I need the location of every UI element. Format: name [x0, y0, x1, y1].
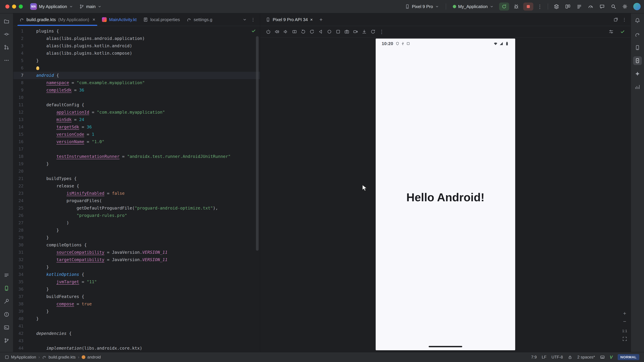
save-snapshot-icon[interactable]: [360, 28, 368, 36]
project-tool-icon[interactable]: [2, 17, 11, 25]
code-line[interactable]: 23 isMinifyEnabled = false: [14, 190, 260, 197]
android-home-icon[interactable]: [325, 28, 334, 36]
code-line[interactable]: 8 namespace = "com.example.myapplication…: [14, 79, 260, 86]
code-line[interactable]: 1plugins {: [14, 27, 260, 35]
close-tab-icon[interactable]: ×: [92, 17, 95, 22]
zoom-out-button[interactable]: −: [622, 318, 627, 325]
power-button-icon[interactable]: [264, 28, 272, 36]
code-line[interactable]: 24 proguardFiles(: [14, 197, 260, 204]
quickfix-bulb-icon[interactable]: [36, 66, 39, 70]
open-in-window-icon[interactable]: [614, 17, 618, 22]
toolbar-more-kebab-icon[interactable]: ⋮: [378, 28, 386, 36]
code-line[interactable]: 22 release {: [14, 182, 260, 190]
debug-button[interactable]: [512, 2, 520, 10]
add-device-tab-icon[interactable]: +: [318, 16, 325, 23]
code-line[interactable]: 18 testInstrumentationRunner = "androidx…: [14, 153, 260, 160]
indent-widget[interactable]: 2 spaces*: [577, 355, 595, 360]
terminal-tool-icon[interactable]: [2, 323, 11, 332]
running-devices-tool-icon[interactable]: [633, 56, 642, 65]
zoom-in-button[interactable]: +: [622, 310, 627, 317]
code-line[interactable]: 35 jvmTarget = "11": [14, 278, 260, 286]
editor-scrollbar[interactable]: [256, 36, 258, 251]
notifications-bell-icon[interactable]: [633, 16, 642, 25]
line-separator-widget[interactable]: LF: [542, 355, 546, 360]
code-line[interactable]: 7android {: [14, 72, 260, 79]
android-overview-icon[interactable]: [334, 28, 342, 36]
code-line[interactable]: 40}: [14, 315, 260, 323]
inspections-ok-icon[interactable]: [251, 28, 256, 33]
code-line[interactable]: 28 }: [14, 227, 260, 234]
hidden-tabs-chevron-icon[interactable]: [242, 17, 247, 22]
ideavim-icon[interactable]: V: [610, 355, 613, 360]
code-editor[interactable]: 1plugins {2 alias(libs.plugins.android.a…: [14, 26, 260, 352]
breadcrumb-project[interactable]: MyApplication: [5, 355, 36, 360]
app-quality-insights-tool-icon[interactable]: [633, 82, 642, 91]
volume-down-icon[interactable]: [282, 28, 290, 36]
code-line[interactable]: 32 targetCompatibility = JavaVersion.VER…: [14, 256, 260, 264]
code-line[interactable]: 15 versionCode = 1: [14, 131, 260, 138]
code-line[interactable]: 12 applicationId = "com.example.myapplic…: [14, 109, 260, 116]
layout-inspector-icon[interactable]: [552, 2, 561, 10]
window-minimize-button[interactable]: [12, 4, 16, 8]
code-line[interactable]: 41: [14, 323, 260, 330]
code-line[interactable]: 34 kotlinOptions {: [14, 271, 260, 278]
code-line[interactable]: 26 "proguard-rules.pro": [14, 212, 260, 219]
code-line[interactable]: 31 sourceCompatibility = JavaVersion.VER…: [14, 249, 260, 256]
todo-tool-icon[interactable]: [2, 271, 11, 280]
window-close-button[interactable]: [5, 4, 10, 8]
code-line[interactable]: 37 buildFeatures {: [14, 293, 260, 300]
code-line[interactable]: 43: [14, 337, 260, 345]
code-line[interactable]: 36 }: [14, 286, 260, 293]
code-line[interactable]: 9 compileSdk = 36: [14, 86, 260, 94]
code-line[interactable]: 42dependencies {: [14, 330, 260, 337]
window-zoom-button[interactable]: [19, 4, 23, 8]
code-line[interactable]: 33 }: [14, 264, 260, 271]
caret-position-widget[interactable]: 7:9: [531, 355, 537, 360]
code-line[interactable]: 20: [14, 168, 260, 175]
code-line[interactable]: 25 getDefaultProguardFile("proguard-andr…: [14, 204, 260, 212]
tab-local-properties[interactable]: local.properties: [140, 13, 183, 26]
device-selector[interactable]: Pixel 9 Pro: [402, 3, 442, 10]
gemini-tool-icon[interactable]: [633, 69, 642, 78]
device-manager-tool-icon[interactable]: [633, 43, 642, 52]
code-line[interactable]: 30 compileOptions {: [14, 241, 260, 249]
vim-mode-badge[interactable]: NORMAL: [618, 354, 639, 360]
restart-device-icon[interactable]: [369, 28, 377, 36]
code-line[interactable]: 13 minSdk = 24: [14, 116, 260, 123]
code-line[interactable]: 16 versionName = "1.0": [14, 138, 260, 145]
code-line[interactable]: 3 alias(libs.plugins.kotlin.android): [14, 42, 260, 50]
code-line[interactable]: 44 implementation(libs.androidx.core.ktx…: [14, 345, 260, 352]
editor-options-kebab-icon[interactable]: ⋮: [251, 17, 255, 22]
display-settings-icon[interactable]: [607, 28, 615, 36]
close-tab-icon[interactable]: ×: [310, 17, 313, 22]
tab-settings-gradle[interactable]: settings.g: [183, 13, 216, 26]
code-line[interactable]: 27 ): [14, 219, 260, 227]
settings-gear-icon[interactable]: [620, 2, 629, 10]
gradle-tool-icon[interactable]: [633, 30, 642, 39]
zoom-ratio-label[interactable]: 1:1: [622, 329, 627, 333]
device-manager-tool-icon[interactable]: [2, 284, 11, 293]
android-back-icon[interactable]: [317, 28, 325, 36]
tab-mainactivity[interactable]: MainActivity.kt: [98, 13, 140, 26]
device-mirroring-icon[interactable]: [564, 2, 572, 10]
rotate-right-icon[interactable]: [308, 28, 316, 36]
code-line[interactable]: 10: [14, 94, 260, 101]
code-line[interactable]: 2 alias(libs.plugins.android.application…: [14, 35, 260, 42]
build-tool-icon[interactable]: [2, 297, 11, 306]
fold-device-icon[interactable]: [290, 28, 298, 36]
zoom-to-fit-icon[interactable]: [622, 337, 627, 341]
commit-tool-icon[interactable]: [2, 30, 11, 38]
more-tool-windows-icon[interactable]: [2, 56, 11, 65]
ai-chat-icon[interactable]: [598, 2, 606, 10]
more-actions-icon[interactable]: ⋮: [536, 4, 544, 9]
code-line[interactable]: 39 }: [14, 308, 260, 315]
screen-record-icon[interactable]: [352, 28, 360, 36]
code-line[interactable]: 14 targetSdk = 36: [14, 123, 260, 131]
device-tab[interactable]: Pixel 9 Pro API 34 ×: [264, 13, 314, 26]
rotate-left-icon[interactable]: [299, 28, 307, 36]
rerun-button[interactable]: [499, 2, 509, 10]
encoding-widget[interactable]: UTF-8: [552, 355, 563, 360]
breadcrumb-file[interactable]: build.gradle.kts: [42, 355, 76, 360]
code-line[interactable]: 17: [14, 145, 260, 153]
readonly-lock-icon[interactable]: [568, 355, 572, 359]
